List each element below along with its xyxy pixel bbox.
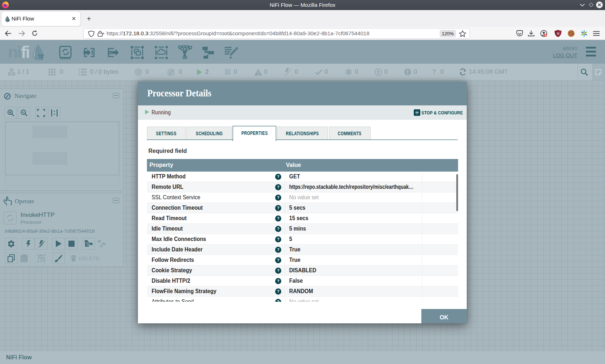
svg-text:U: U <box>557 32 559 35</box>
